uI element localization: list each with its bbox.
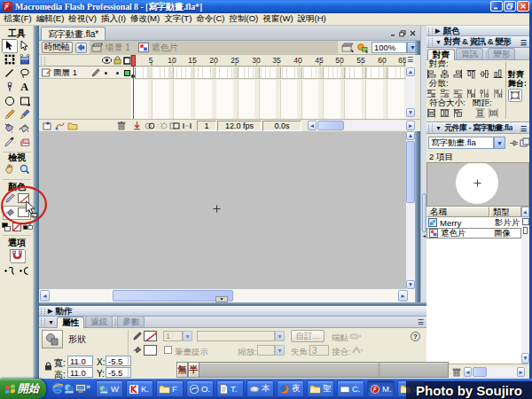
actions-panel-gripper[interactable] [41,308,45,316]
library-panel-gripper[interactable] [428,124,433,132]
layer-outline-color-box[interactable] [124,70,130,76]
panel-collapse-handle[interactable]: ▼ [215,296,228,302]
color-panel-collapsed-icon[interactable]: ▶ [435,27,440,35]
properties-panel-expanded-icon[interactable]: ▼ [48,319,54,325]
timeline-toggle-button[interactable]: 時間軸 [42,42,73,53]
cap-style-icon[interactable] [349,332,362,340]
default-colors-button[interactable] [2,223,11,231]
doc-minimize-button[interactable] [388,28,397,38]
align-panel-options-icon[interactable]: ☰ [516,39,527,47]
ime-bar-body[interactable] [200,362,449,378]
zoom-tool[interactable] [17,162,32,176]
stage-vscroll-thumb[interactable] [406,141,415,203]
miter-input[interactable]: 3 [309,345,329,356]
rectangle-tool[interactable] [17,94,32,107]
timeline-ruler[interactable]: 5 10 15 20 25 30 35 40 45 50 55 60 65 [130,55,406,66]
menu-insert[interactable]: 插入(I) [98,13,128,25]
join-style-icon[interactable] [351,346,364,355]
library-wide-view-button[interactable] [522,218,529,225]
start-button[interactable]: 開始 [0,379,46,399]
stroke-color-swatch[interactable] [18,193,29,203]
stage-hscrollbar[interactable]: ◄ ► ▼ [39,289,415,302]
hand-tool[interactable] [2,162,17,176]
library-item-mask[interactable]: 遮色片 圖像 [426,228,521,239]
taskbar-button-k[interactable]: K. [126,380,153,397]
quicklaunch-messenger-icon[interactable] [63,382,75,395]
space-horizontal-button[interactable] [488,107,499,119]
no-color-button[interactable] [12,223,21,231]
stage-scroll-right-icon[interactable]: ► [398,290,408,301]
menu-control[interactable]: 控制(O) [227,13,261,25]
timeline-options-menu-icon[interactable]: ☰ [407,56,414,63]
library-document-select[interactable]: 寫字動畫.fla [428,137,494,149]
width-input[interactable]: 11.0 [67,356,93,366]
library-hscroll-right-icon[interactable]: ► [517,367,525,377]
align-top-button[interactable] [466,68,477,80]
color-panel-header[interactable]: ▶ 顏色 [426,26,529,36]
stroke-height-dropdown-icon[interactable]: ▼ [183,331,192,341]
menu-modify[interactable]: 修改(M) [128,13,161,25]
stage-workspace[interactable] [39,131,406,289]
pencil-tool[interactable] [2,108,17,121]
ink-bottle-tool[interactable] [2,121,17,135]
library-panel-header[interactable]: ▼ 元件庫 - 寫字動畫.fla ☰ [426,122,529,134]
library-col-type[interactable]: 類型 [489,207,521,217]
delete-layer-trash-button[interactable] [117,121,126,130]
stage-scroll-down-icon[interactable]: ▼ [406,280,415,289]
scale-select[interactable] [257,345,275,356]
edit-scene-button[interactable] [341,43,354,53]
insert-layer-folder-button[interactable] [67,121,78,130]
eyedropper-tool[interactable] [2,136,17,149]
onion-skin-button[interactable] [145,121,155,130]
align-panel-gripper[interactable] [428,38,433,46]
stroke-hinting-checkbox[interactable] [164,346,172,354]
space-vertical-button[interactable] [474,107,486,119]
library-pin-button[interactable] [509,138,519,148]
timeline-hscroll-right-icon[interactable]: ► [406,121,415,130]
ime-width-mode-button[interactable]: 半 [188,362,200,378]
timeline-scroll-down-icon[interactable]: ▼ [406,108,415,117]
taskbar-button-o[interactable]: O. [186,380,214,397]
library-panel-expanded-icon[interactable]: ▼ [435,125,442,131]
tab-info[interactable]: 資訊 [456,48,483,59]
stroke-height-input[interactable]: 1 [163,331,183,341]
match-height-button[interactable] [439,107,450,119]
library-narrow-view-button[interactable] [523,227,528,234]
taskbar-button-folder-f[interactable]: F [156,380,184,397]
zoom-input[interactable]: 100% [372,42,407,53]
stroke-style-select[interactable] [197,331,275,341]
taskbar-button-firefox[interactable]: 夜 [277,380,304,397]
timeline-hscrollbar[interactable] [317,121,406,130]
restore-button[interactable] [504,1,516,12]
taskbar-button-messenger[interactable]: W [96,380,123,397]
library-panel-options-icon[interactable]: ☰ [516,125,527,133]
fill-color-swatch[interactable] [18,207,29,217]
constrain-lock-icon[interactable] [44,362,52,371]
center-frame-button[interactable] [133,121,141,130]
close-button[interactable] [517,1,529,12]
menu-text[interactable]: 文字(T) [162,13,194,25]
tab-transform[interactable]: 變形 [488,48,515,59]
gradient-transform-tool[interactable] [17,53,32,66]
doc-restore-button[interactable] [398,28,407,38]
library-item-merry[interactable]: Merry 影片片 [426,217,521,228]
paint-bucket-tool[interactable] [17,121,32,135]
edit-symbol-button[interactable] [356,43,369,53]
insert-layer-button[interactable] [43,121,52,130]
library-select-dropdown-icon[interactable]: ▼ [494,137,505,149]
add-motion-guide-button[interactable] [55,121,65,130]
stage-vscrollbar[interactable]: ▲ ▼ [406,131,415,289]
taskbar-button-doc-t[interactable]: T. [216,380,244,397]
eraser-tool[interactable] [17,136,32,149]
snap-to-objects-toggle[interactable] [10,249,25,262]
to-stage-toggle-button[interactable] [508,89,522,102]
menu-window[interactable]: 視窗(W) [261,13,295,25]
align-middle-v-button[interactable] [479,68,490,80]
stroke-style-dropdown-icon[interactable]: ▼ [275,331,285,341]
prop-fill-color-swatch[interactable] [144,345,157,356]
symbol-breadcrumb[interactable]: 遮色片 [152,42,178,54]
properties-panel-gripper[interactable] [41,318,45,326]
smooth-option-button[interactable] [4,266,15,276]
free-transform-tool[interactable] [2,53,17,66]
library-hscroll-left-icon[interactable]: ◄ [464,367,472,377]
